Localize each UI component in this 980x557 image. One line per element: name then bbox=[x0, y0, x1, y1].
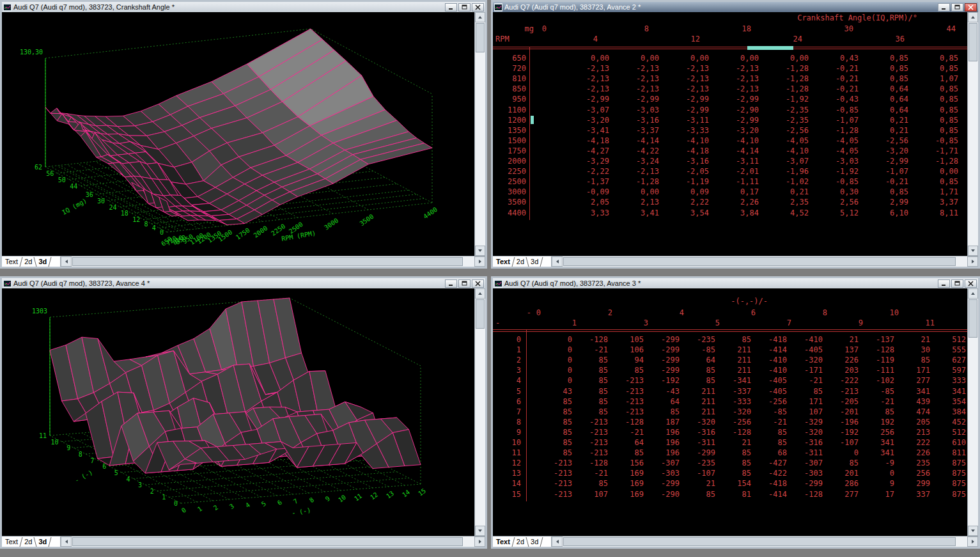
map-cell[interactable]: -213 bbox=[612, 396, 644, 407]
map-cell[interactable]: 299 bbox=[898, 478, 930, 489]
map-cell[interactable]: 169 bbox=[612, 468, 644, 478]
tab-3d[interactable]: 3d bbox=[38, 538, 47, 545]
map-cell[interactable]: -0,21 bbox=[862, 177, 908, 187]
column-header[interactable]: 30 bbox=[828, 24, 853, 34]
map-cell[interactable]: 0,64 bbox=[862, 94, 908, 104]
map-cell[interactable]: 0,85 bbox=[912, 84, 958, 94]
map-cell[interactable]: -307 bbox=[791, 458, 823, 468]
tab-2d[interactable]: 2d bbox=[516, 258, 525, 265]
map-cell[interactable]: 9 bbox=[862, 478, 894, 489]
row-header[interactable]: 8 bbox=[493, 417, 521, 427]
column-header[interactable]: 2 bbox=[587, 308, 612, 318]
map-cell[interactable]: -320 bbox=[683, 417, 715, 427]
map-cell[interactable]: -213 bbox=[612, 407, 644, 417]
tab-3d[interactable]: 3d bbox=[38, 258, 47, 265]
map-cell[interactable]: 85 bbox=[862, 407, 894, 417]
map-cell[interactable]: -213 bbox=[540, 489, 572, 499]
map-cell[interactable]: -311 bbox=[683, 437, 715, 448]
map-cell[interactable]: -85 bbox=[862, 386, 894, 396]
vertical-scroll-track[interactable] bbox=[475, 299, 485, 526]
column-header[interactable]: 1 bbox=[551, 318, 577, 328]
vertical-scroll-thumb[interactable] bbox=[476, 23, 485, 52]
map-cell[interactable]: -213 bbox=[576, 427, 608, 437]
column-header[interactable]: 4 bbox=[572, 34, 598, 44]
scroll-right-button[interactable] bbox=[967, 537, 978, 547]
map-cell[interactable]: -2,13 bbox=[563, 84, 609, 94]
maximize-button[interactable] bbox=[458, 279, 471, 288]
column-header[interactable]: 0 bbox=[521, 24, 547, 34]
map-cell[interactable]: -0,85 bbox=[912, 136, 958, 146]
minimize-button[interactable] bbox=[445, 3, 457, 12]
map-cell[interactable]: -1,96 bbox=[763, 166, 809, 177]
maximize-button[interactable] bbox=[951, 3, 963, 12]
map-cell[interactable]: -410 bbox=[755, 355, 787, 365]
map-cell[interactable]: 875 bbox=[934, 468, 966, 478]
map-cell[interactable]: 137 bbox=[827, 345, 859, 355]
column-header[interactable]: 8 bbox=[802, 308, 827, 318]
vertical-scrollbar[interactable] bbox=[474, 12, 485, 256]
map-cell[interactable]: -213 bbox=[576, 448, 608, 458]
map-cell[interactable]: 286 bbox=[827, 478, 859, 489]
row-header[interactable]: 650 bbox=[497, 53, 526, 63]
map-cell[interactable]: 1,07 bbox=[912, 74, 958, 84]
map-cell[interactable]: 0 bbox=[540, 375, 572, 386]
map-cell[interactable]: -2,13 bbox=[613, 74, 659, 84]
map-cell[interactable]: -303 bbox=[648, 468, 680, 478]
scroll-left-button[interactable] bbox=[61, 537, 72, 547]
row-header[interactable]: 2 bbox=[493, 355, 521, 365]
row-header[interactable]: 12 bbox=[493, 458, 521, 468]
map-cell[interactable]: -85 bbox=[683, 345, 715, 355]
map-cell[interactable]: -213 bbox=[540, 458, 572, 468]
vertical-scrollbar[interactable] bbox=[474, 288, 485, 536]
map-cell[interactable]: 222 bbox=[898, 437, 930, 448]
map-cell[interactable]: -213 bbox=[540, 478, 572, 489]
map-cell[interactable]: 196 bbox=[648, 427, 680, 437]
map-cell[interactable]: -256 bbox=[755, 396, 787, 407]
map-cell[interactable]: 85 bbox=[898, 355, 930, 365]
row-header[interactable]: 1500 bbox=[497, 136, 526, 146]
map-cell[interactable]: -213 bbox=[576, 417, 608, 427]
surface-3d-plot[interactable]: 0123456789101101234567891011121314151303… bbox=[2, 288, 474, 536]
scroll-up-button[interactable] bbox=[968, 288, 978, 299]
column-header[interactable]: 7 bbox=[766, 318, 791, 328]
map-cell[interactable]: -128 bbox=[791, 489, 823, 499]
map-cell[interactable]: -307 bbox=[648, 458, 680, 468]
column-header[interactable]: 9 bbox=[837, 318, 863, 328]
map-cell[interactable]: -337 bbox=[719, 386, 751, 396]
map-cell[interactable]: -2,13 bbox=[713, 63, 759, 74]
map-cell[interactable]: 0,21 bbox=[862, 115, 908, 125]
map-cell[interactable]: -2,22 bbox=[563, 166, 609, 177]
map-cell[interactable]: -1,28 bbox=[763, 84, 809, 94]
map-cell[interactable]: 0,00 bbox=[663, 53, 709, 63]
map-cell[interactable]: -3,20 bbox=[713, 125, 759, 136]
row-header[interactable]: 3 bbox=[493, 365, 521, 375]
column-header[interactable]: 8 bbox=[623, 24, 649, 34]
map-cell[interactable]: -1,71 bbox=[912, 146, 958, 156]
row-header[interactable]: 810 bbox=[497, 74, 526, 84]
maximize-button[interactable] bbox=[458, 3, 471, 12]
map-cell[interactable]: 337 bbox=[898, 489, 930, 499]
horizontal-scroll-thumb[interactable] bbox=[563, 257, 956, 266]
close-button[interactable] bbox=[472, 279, 484, 288]
row-header[interactable]: 9 bbox=[493, 427, 521, 437]
map-cell[interactable]: 811 bbox=[934, 448, 966, 458]
map-cell[interactable]: 3,84 bbox=[713, 208, 759, 218]
map-cell[interactable]: 196 bbox=[648, 437, 680, 448]
map-cell[interactable]: -2,13 bbox=[663, 84, 709, 94]
map-cell[interactable]: -4,14 bbox=[613, 136, 659, 146]
map-cell[interactable]: -2,56 bbox=[763, 125, 809, 136]
map-cell[interactable]: -1,28 bbox=[912, 156, 958, 166]
map-cell[interactable]: -222 bbox=[827, 375, 859, 386]
map-cell[interactable]: 235 bbox=[898, 458, 930, 468]
map-cell[interactable]: 64 bbox=[683, 355, 715, 365]
row-header[interactable]: 5 bbox=[493, 386, 521, 396]
map-cell[interactable]: 85 bbox=[576, 478, 608, 489]
map-cell[interactable]: -3,07 bbox=[563, 105, 609, 115]
vertical-scroll-track[interactable] bbox=[475, 22, 485, 246]
row-header[interactable]: 1100 bbox=[497, 105, 526, 115]
map-cell[interactable]: -3,20 bbox=[563, 115, 609, 125]
map-cell[interactable]: 213 bbox=[898, 427, 930, 437]
map-cell[interactable]: -3,03 bbox=[613, 105, 659, 115]
column-header[interactable]: 6 bbox=[730, 308, 756, 318]
map-cell[interactable]: 171 bbox=[898, 365, 930, 375]
